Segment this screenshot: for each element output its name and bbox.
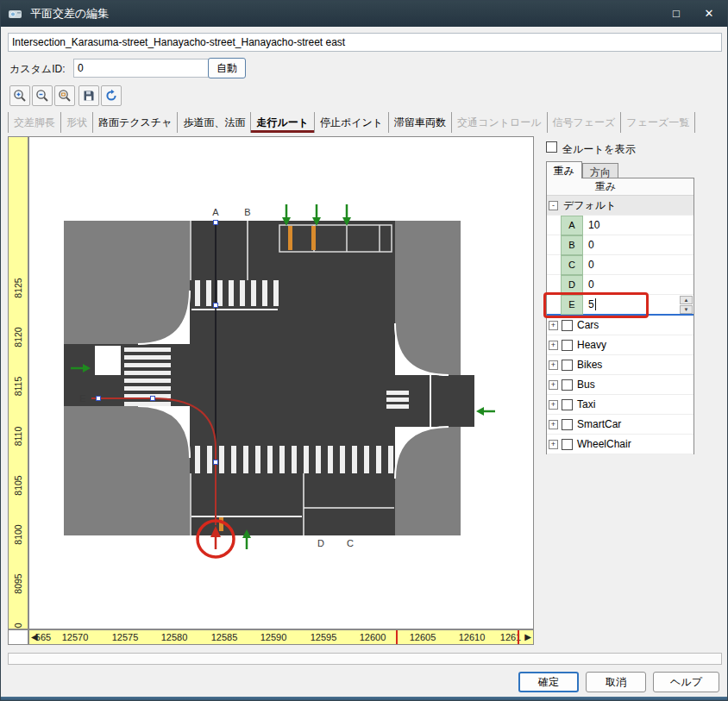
confirm-button[interactable]: 確定 xyxy=(518,672,579,692)
vehicle-checkbox[interactable] xyxy=(562,320,573,331)
hruler-label: 12605 xyxy=(410,632,436,642)
route-key: A xyxy=(561,216,583,235)
vehicle-checkbox[interactable] xyxy=(562,419,573,430)
close-button[interactable]: ✕ xyxy=(694,1,724,27)
route-row-a[interactable]: A 10 xyxy=(547,216,693,235)
hruler-label: 12575 xyxy=(112,632,139,642)
expand-icon[interactable]: + xyxy=(549,380,558,390)
custom-id-input[interactable] xyxy=(73,59,220,78)
vruler-label: 8120 xyxy=(13,315,23,360)
spinner-up-icon[interactable]: ▲ xyxy=(680,296,693,304)
maximize-button[interactable]: □ xyxy=(662,1,691,27)
hruler-label: 12580 xyxy=(161,632,188,642)
tab-direction[interactable]: 方向 xyxy=(582,163,618,178)
zoom-fit-button[interactable] xyxy=(54,85,75,106)
route-row-c[interactable]: C 0 xyxy=(547,255,693,275)
zoom-out-button[interactable] xyxy=(32,85,53,106)
vehicle-row-cars[interactable]: + Cars xyxy=(547,316,693,335)
save-button[interactable] xyxy=(78,85,99,106)
expand-icon[interactable]: + xyxy=(549,321,558,330)
hruler-label: 565 xyxy=(35,632,51,642)
route-weight-value[interactable]: 10 xyxy=(583,219,693,231)
show-all-routes-label: 全ルートを表示 xyxy=(562,142,636,157)
tab-signal-phase: 信号フェーズ xyxy=(548,112,622,133)
grid-header: 重み xyxy=(547,178,693,196)
app-icon xyxy=(8,8,23,20)
tab-sidewalk-slope[interactable]: 歩道面、法面 xyxy=(178,112,251,133)
tab-weight[interactable]: 重み xyxy=(546,161,582,178)
grid-header-weight: 重み xyxy=(595,179,616,194)
route-row-d[interactable]: D 0 xyxy=(547,275,693,295)
weight-spinner[interactable]: ▲ ▼ xyxy=(680,296,693,314)
vehicle-label: WheelChair xyxy=(577,438,631,450)
vehicle-checkbox[interactable] xyxy=(562,399,573,410)
vruler-label: 8110 xyxy=(13,414,23,459)
route-weight-value[interactable]: 0 xyxy=(583,239,693,251)
zoom-fit-icon xyxy=(58,89,72,103)
vehicle-row-smartcar[interactable]: + SmartCar xyxy=(547,415,693,435)
tab-driving-route[interactable]: 走行ルート xyxy=(251,112,315,133)
vehicle-row-taxi[interactable]: + Taxi xyxy=(547,395,693,415)
group-row-default[interactable]: - デフォルト xyxy=(547,196,693,216)
vehicle-row-heavy[interactable]: + Heavy xyxy=(547,335,693,355)
tab-shape: 形状 xyxy=(61,112,93,133)
cancel-button[interactable]: 取消 xyxy=(586,672,646,692)
hruler-label: 12610 xyxy=(459,632,486,642)
expand-icon[interactable]: + xyxy=(549,400,558,410)
spinner-down-icon[interactable]: ▼ xyxy=(680,305,693,314)
zoom-in-button[interactable] xyxy=(9,85,30,106)
intersection-map: A B E D C xyxy=(29,137,534,629)
edit-intersection-dialog: 平面交差の編集 □ ✕ カスタムID: 自動 xyxy=(0,0,728,701)
weights-panel: 重み - デフォルト A 10 B 0 C 0 D 0 E 5 xyxy=(546,178,694,454)
refresh-icon xyxy=(104,89,118,103)
help-button[interactable]: ヘルプ xyxy=(653,672,719,692)
route-label-d: D xyxy=(317,538,324,548)
scroll-right-icon[interactable]: ▶ xyxy=(524,632,531,642)
vehicle-row-wheelchair[interactable]: + WheelChair xyxy=(547,435,693,454)
vehicle-checkbox[interactable] xyxy=(562,379,573,391)
ruler-range-marker xyxy=(518,630,519,644)
route-label-a: A xyxy=(212,207,219,217)
expand-icon[interactable]: + xyxy=(549,420,558,429)
custom-id-label: カスタムID: xyxy=(9,62,65,77)
expand-icon[interactable]: + xyxy=(549,341,558,350)
tab-strip: 交差脚長形状路面テクスチャ歩道面、法面走行ルート停止ポイント滞留車両数交通コント… xyxy=(8,112,722,132)
group-label: デフォルト xyxy=(563,198,616,213)
vertical-ruler[interactable]: 8125 8120 8115 8110 8105 8100 8095 8090 … xyxy=(8,136,28,629)
route-row-b[interactable]: B 0 xyxy=(547,235,693,255)
route-weight-editor[interactable]: 5 xyxy=(583,298,680,310)
corner-patch xyxy=(95,346,121,375)
expand-icon[interactable]: + xyxy=(549,360,558,370)
hruler-label: 12595 xyxy=(311,632,337,642)
vruler-label: 8095 xyxy=(13,561,23,606)
route-weight-value[interactable]: 0 xyxy=(583,279,693,291)
tab-leg-length: 交差脚長 xyxy=(8,112,61,133)
expand-icon[interactable]: + xyxy=(549,440,558,449)
tab-queued-vehicles[interactable]: 滞留車両数 xyxy=(389,112,452,133)
vehicle-label: Taxi xyxy=(577,398,595,410)
tab-traffic-control: 交通コントロール xyxy=(452,112,547,133)
crosswalk-right xyxy=(386,391,409,409)
route-key: C xyxy=(561,255,583,275)
text-caret xyxy=(595,298,596,310)
map-canvas[interactable]: A B E D C xyxy=(28,136,534,629)
refresh-button[interactable] xyxy=(101,85,122,106)
intersection-name-input[interactable] xyxy=(8,33,722,52)
route-label-e: E xyxy=(79,393,85,404)
collapse-icon[interactable]: - xyxy=(549,201,558,210)
route-weight-value[interactable]: 0 xyxy=(583,259,693,271)
vehicle-row-bikes[interactable]: + Bikes xyxy=(547,355,693,375)
zoom-out-icon xyxy=(35,89,49,103)
tab-road-texture[interactable]: 路面テクスチャ xyxy=(93,112,178,133)
tab-stop-point[interactable]: 停止ポイント xyxy=(315,112,389,133)
horizontal-ruler[interactable]: ◀ 565 12570 12575 12580 12585 12590 1259… xyxy=(28,629,534,645)
vehicle-checkbox[interactable] xyxy=(562,340,573,351)
show-all-routes-checkbox[interactable] xyxy=(546,141,557,153)
vehicle-row-bus[interactable]: + Bus xyxy=(547,375,693,395)
window-title: 平面交差の編集 xyxy=(30,6,109,22)
hruler-label: 12570 xyxy=(62,632,89,642)
route-row-e[interactable]: E 5 ▲ ▼ xyxy=(547,295,693,316)
auto-button[interactable]: 自動 xyxy=(208,58,246,78)
vehicle-checkbox[interactable] xyxy=(562,439,573,450)
vehicle-checkbox[interactable] xyxy=(562,360,573,371)
